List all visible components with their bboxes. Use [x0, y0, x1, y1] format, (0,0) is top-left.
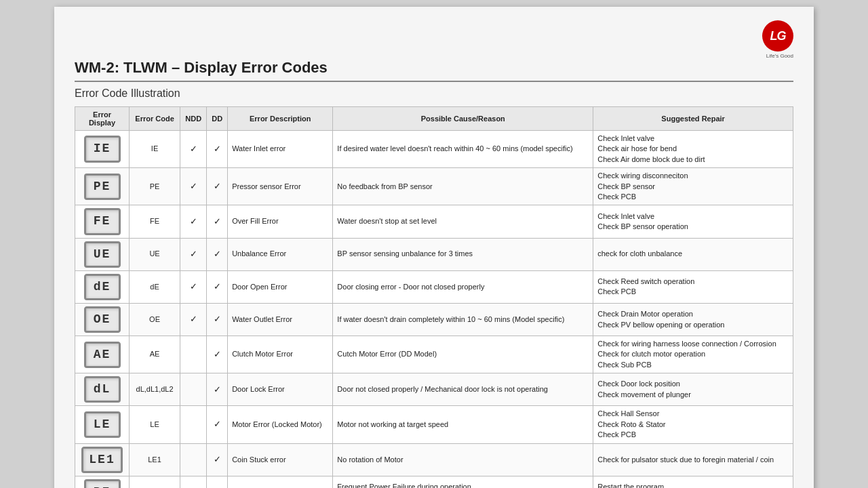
table-header: Suggested Repair — [593, 107, 793, 131]
table-row: LELE✓Motor Error (Locked Motor)Motor not… — [75, 406, 793, 443]
error-display-box: PF — [84, 479, 121, 488]
error-repair-cell: check for cloth unbalance — [593, 238, 793, 270]
error-repair-cell: Check Door lock positionCheck movement o… — [593, 373, 793, 406]
error-repair-cell: Check Hall SensorCheck Roto & StatorChec… — [593, 406, 793, 443]
error-description-cell: Motor Error (Locked Motor) — [228, 406, 333, 443]
dd-cell: ✓ — [207, 443, 228, 476]
error-codes-table: Error DisplayError CodeNDDDDError Descri… — [75, 106, 793, 488]
dd-cell: ✓ — [207, 205, 228, 238]
error-code-cell: IE — [130, 131, 180, 168]
dd-cell: ✓ — [207, 373, 228, 406]
error-code-cell: LE1 — [130, 443, 180, 476]
table-row: dLdL,dL1,dL2✓Door Lock ErrorDoor not clo… — [75, 373, 793, 406]
table-row: AEAE✓Clutch Motor ErrorCutch Motor Error… — [75, 336, 793, 373]
ndd-cell: ✓ — [180, 168, 207, 205]
ndd-cell: ✓ — [180, 270, 207, 303]
dd-cell: ✓ — [207, 270, 228, 303]
error-display-box: LE1 — [81, 447, 122, 473]
error-description-cell: Clutch Motor Error — [228, 336, 333, 373]
table-header: Error Code — [130, 107, 180, 131]
error-display-box: IE — [84, 136, 121, 162]
table-header: Error Description — [228, 107, 333, 131]
error-code-cell: PF — [130, 476, 180, 488]
error-cause-cell: Frequent Power Failure during operationP… — [333, 476, 593, 488]
error-code-cell: AE — [130, 336, 180, 373]
error-display-cell: dL — [75, 373, 130, 406]
error-description-cell: Unbalance Error — [228, 238, 333, 270]
lg-logo: LG — [762, 20, 793, 52]
error-repair-cell: Check Drain Motor operationCheck PV bell… — [593, 303, 793, 336]
error-description-cell: Water Outlet Error — [228, 303, 333, 336]
page-subtitle: Error Code Illustration — [75, 87, 793, 100]
dd-cell: ✓ — [207, 303, 228, 336]
error-display-box: dL — [84, 376, 121, 403]
error-display-cell: AE — [75, 336, 130, 373]
error-description-cell: Over Fill Error — [228, 205, 333, 238]
ndd-cell — [180, 336, 207, 373]
error-repair-cell: Check for wiring harness loose connectio… — [593, 336, 793, 373]
error-code-cell: FE — [130, 205, 180, 238]
error-description-cell: Door Lock Error — [228, 373, 333, 406]
error-cause-cell: Cutch Motor Error (DD Model) — [333, 336, 593, 373]
error-cause-cell: BP sensor sensing unbalance for 3 times — [333, 238, 593, 270]
table-row: OEOE✓✓Water Outlet ErrorIf water doesn't… — [75, 303, 793, 336]
error-display-box: LE — [84, 411, 121, 438]
error-display-cell: LE — [75, 406, 130, 443]
error-code-cell: dL,dL1,dL2 — [130, 373, 180, 406]
ndd-cell — [180, 406, 207, 443]
error-repair-cell: Check Inlet valveCheck BP sensor operati… — [593, 205, 793, 238]
error-cause-cell: Door not closed properly / Mechanical do… — [333, 373, 593, 406]
table-row: FEFE✓✓Over Fill ErrorWater doesn't stop … — [75, 205, 793, 238]
error-display-cell: dE — [75, 270, 130, 303]
error-repair-cell: Check wiring disconnecitonCheck BP senso… — [593, 168, 793, 205]
error-cause-cell: Motor not working at target speed — [333, 406, 593, 443]
error-description-cell: Coin Stuck error — [228, 443, 333, 476]
table-header: NDD — [180, 107, 207, 131]
error-cause-cell: Door closing error - Door not closed pro… — [333, 270, 593, 303]
error-description-cell: Door Open Error — [228, 270, 333, 303]
error-code-cell: UE — [130, 238, 180, 270]
table-row: dEdE✓✓Door Open ErrorDoor closing error … — [75, 270, 793, 303]
table-row: UEUE✓✓Unbalance ErrorBP sensor sensing u… — [75, 238, 793, 270]
error-display-box: PE — [84, 174, 121, 200]
dd-cell: ✓ — [207, 238, 228, 270]
error-description-cell: Power Failure — [228, 476, 333, 488]
table-row: LE1LE1✓Coin Stuck errorNo rotation of Mo… — [75, 443, 793, 476]
error-repair-cell: Check Inlet valveCheck air hose for bend… — [593, 131, 793, 168]
ndd-cell: ✓ — [180, 303, 207, 336]
logo-tagline: Life's Good — [766, 53, 793, 59]
dd-cell: ✓ — [207, 476, 228, 488]
error-code-cell: OE — [130, 303, 180, 336]
table-row: PEPE✓✓Pressor sensor ErrorNo feedback fr… — [75, 168, 793, 205]
error-display-cell: FE — [75, 205, 130, 238]
error-code-cell: dE — [130, 270, 180, 303]
error-cause-cell: No rotation of Motor — [333, 443, 593, 476]
error-display-box: AE — [84, 342, 121, 368]
error-cause-cell: Water doesn't stop at set level — [333, 205, 593, 238]
dd-cell: ✓ — [207, 336, 228, 373]
ndd-cell: ✓ — [180, 205, 207, 238]
error-repair-cell: Check Reed switch operationCheck PCB — [593, 270, 793, 303]
table-row: IEIE✓✓Water Inlet errorIf desired water … — [75, 131, 793, 168]
table-header: DD — [207, 107, 228, 131]
error-code-cell: LE — [130, 406, 180, 443]
ndd-cell: ✓ — [180, 131, 207, 168]
error-display-box: OE — [84, 306, 121, 333]
page-title: WM-2: TLWM – Display Error Codes — [75, 59, 793, 82]
error-display-box: dE — [84, 274, 121, 300]
error-description-cell: Pressor sensor Error — [228, 168, 333, 205]
error-cause-cell: If water doesn't drain completely within… — [333, 303, 593, 336]
ndd-cell — [180, 443, 207, 476]
error-code-cell: PE — [130, 168, 180, 205]
error-repair-cell: Check for pulsator stuck due to foregin … — [593, 443, 793, 476]
table-header: Error Display — [75, 107, 130, 131]
error-description-cell: Water Inlet error — [228, 131, 333, 168]
error-display-cell: PE — [75, 168, 130, 205]
table-row: PFPF✓Power FailureFrequent Power Failure… — [75, 476, 793, 488]
error-cause-cell: If desired water level doesn't reach wit… — [333, 131, 593, 168]
error-display-cell: OE — [75, 303, 130, 336]
slide: LG Life's Good WM-2: TLWM – Display Erro… — [54, 7, 814, 488]
error-display-box: FE — [84, 208, 121, 235]
ndd-cell — [180, 476, 207, 488]
dd-cell: ✓ — [207, 168, 228, 205]
